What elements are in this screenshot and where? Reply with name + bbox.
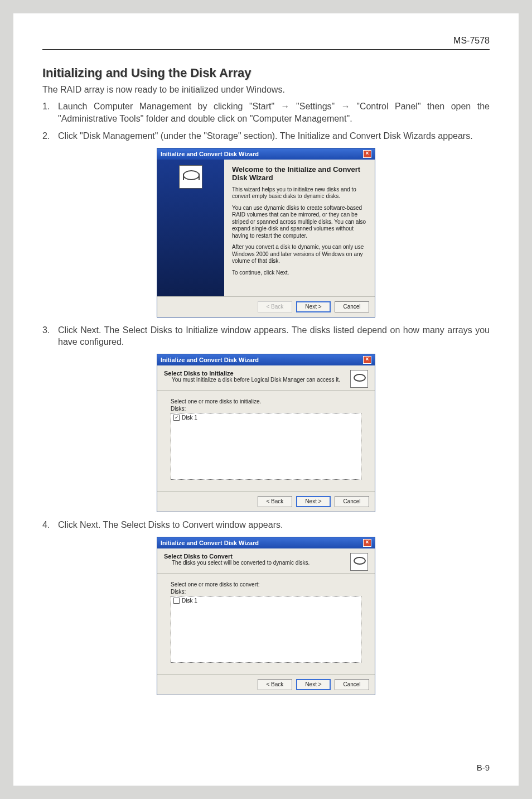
page-number: B-9 bbox=[477, 763, 490, 772]
step-number: 4. bbox=[42, 519, 58, 531]
welcome-p3: After you convert a disk to dynamic, you… bbox=[232, 244, 367, 265]
welcome-p2: You can use dynamic disks to create soft… bbox=[232, 205, 367, 240]
next-button[interactable]: Next > bbox=[296, 679, 331, 690]
titlebar: Initialize and Convert Disk Wizard × bbox=[157, 537, 375, 548]
dialog-title: Initialize and Convert Disk Wizard bbox=[161, 151, 259, 157]
welcome-heading: Welcome to the Initialize and Convert Di… bbox=[232, 165, 367, 182]
step-subtitle: The disks you select will be converted t… bbox=[164, 560, 350, 566]
prompt-label: Select one or more disks to initialize. bbox=[171, 398, 361, 405]
section-title: Initializing and Using the Disk Array bbox=[42, 66, 490, 80]
disks-label: Disks: bbox=[171, 406, 361, 412]
cancel-button[interactable]: Cancel bbox=[335, 301, 369, 312]
doc-code: MS-7578 bbox=[42, 36, 490, 50]
back-button: < Back bbox=[258, 301, 292, 312]
dialog-title: Initialize and Convert Disk Wizard bbox=[161, 357, 259, 363]
step-4: 4. Click Next. The Select Disks to Conve… bbox=[42, 519, 490, 531]
step-text: Click "Disk Management" (under the "Stor… bbox=[58, 130, 490, 142]
step-title: Select Disks to Initialize bbox=[164, 370, 350, 377]
checkbox-icon[interactable]: ✓ bbox=[173, 415, 180, 421]
prompt-label: Select one or more disks to convert: bbox=[171, 581, 361, 588]
step-number: 2. bbox=[42, 130, 58, 142]
step-2: 2. Click "Disk Management" (under the "S… bbox=[42, 130, 490, 142]
step-1: 1. Launch Computer Management by clickin… bbox=[42, 100, 490, 124]
step-number: 3. bbox=[42, 324, 58, 348]
list-item[interactable]: ✓ Disk 1 bbox=[173, 415, 359, 421]
close-icon[interactable]: × bbox=[363, 539, 371, 547]
wizard-welcome-dialog: Initialize and Convert Disk Wizard × Wel… bbox=[157, 148, 375, 317]
disks-label: Disks: bbox=[171, 589, 361, 595]
step-subtitle: You must initialize a disk before Logica… bbox=[164, 377, 350, 383]
disk-list[interactable]: ✓ Disk 1 bbox=[171, 413, 361, 480]
step-title: Select Disks to Convert bbox=[164, 553, 350, 560]
close-icon[interactable]: × bbox=[363, 356, 371, 364]
cancel-button[interactable]: Cancel bbox=[335, 679, 369, 690]
close-icon[interactable]: × bbox=[363, 150, 371, 158]
step-text: Click Next. The Select Disks to Initiali… bbox=[58, 324, 490, 348]
disk-item-label: Disk 1 bbox=[182, 598, 197, 604]
cancel-button[interactable]: Cancel bbox=[335, 496, 369, 507]
dialog-title: Initialize and Convert Disk Wizard bbox=[161, 540, 259, 546]
next-button[interactable]: Next > bbox=[296, 496, 331, 507]
wizard-convert-dialog: Initialize and Convert Disk Wizard × Sel… bbox=[157, 537, 375, 695]
list-item[interactable]: Disk 1 bbox=[173, 598, 359, 604]
step-text: Launch Computer Management by clicking "… bbox=[58, 100, 490, 124]
titlebar: Initialize and Convert Disk Wizard × bbox=[157, 354, 375, 365]
step-3: 3. Click Next. The Select Disks to Initi… bbox=[42, 324, 490, 348]
step-text: Click Next. The Select Disks to Convert … bbox=[58, 519, 490, 531]
intro-text: The RAID array is now ready to be initia… bbox=[42, 85, 490, 95]
step-number: 1. bbox=[42, 100, 58, 124]
disk-icon bbox=[179, 165, 202, 189]
titlebar: Initialize and Convert Disk Wizard × bbox=[157, 148, 375, 160]
disk-icon bbox=[350, 553, 368, 571]
disk-icon bbox=[350, 370, 368, 388]
welcome-p1: This wizard helps you to initialize new … bbox=[232, 186, 367, 200]
back-button[interactable]: < Back bbox=[258, 496, 292, 507]
welcome-p4: To continue, click Next. bbox=[232, 269, 367, 277]
back-button[interactable]: < Back bbox=[258, 679, 292, 690]
wizard-initialize-dialog: Initialize and Convert Disk Wizard × Sel… bbox=[157, 354, 375, 512]
disk-list[interactable]: Disk 1 bbox=[171, 596, 361, 663]
disk-item-label: Disk 1 bbox=[182, 415, 197, 421]
wizard-sidebar-graphic bbox=[157, 160, 224, 296]
next-button[interactable]: Next > bbox=[296, 301, 331, 312]
checkbox-icon[interactable] bbox=[173, 598, 180, 604]
